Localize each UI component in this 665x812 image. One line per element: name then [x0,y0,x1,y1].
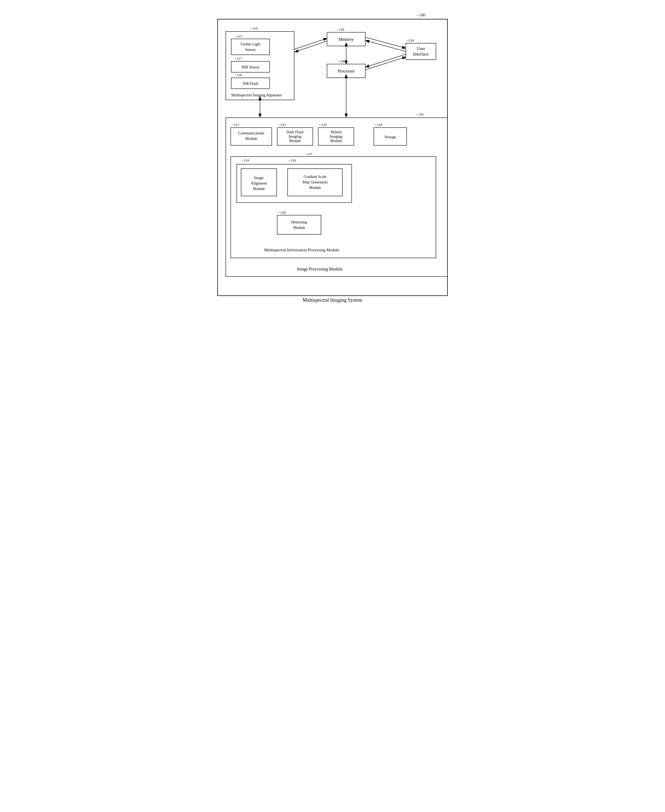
apparatus-label-text: Multispectral Imaging Apparatus [231,93,282,97]
hybrid-line3: Module [330,139,342,143]
comm-line2: Module [245,137,257,141]
dark-flash-line1: Dark Flash [287,130,303,134]
ref-123-text: ⌐123 [278,123,286,127]
ref-110-text: ⌐110 [251,26,257,30]
memory-ui-arrow [365,37,406,48]
memory-text: Memory [339,37,354,42]
ref-124-text: ⌐124 [242,158,249,162]
ui-memory-arrow [365,41,406,51]
img-align-line2: Alignment [251,181,267,185]
ref-118-text: ⌐118 [235,73,242,77]
hybrid-line2: Imaging [330,135,342,139]
diagram-wrapper: ⌐100 Multispectral Imaging System ⌐110 M… [0,0,665,318]
ref-117-text: ⌐117 [235,56,242,61]
ref-140-text: ⌐140 [338,59,346,63]
ref-129-text: ⌐129 [375,123,382,127]
vis-light-line2: Sensor [245,48,256,52]
storage-text: Storage [385,135,396,139]
ui-rect [406,43,436,60]
mipm-rect [231,157,436,258]
ref-115-text: ⌐115 [235,34,242,38]
ref-126-text: ⌐126 [289,158,296,162]
denoising-line1: Denoising [291,220,307,224]
img-align-line3: Module [253,187,265,191]
main-diagram-svg: ⌐100 Multispectral Imaging System ⌐110 M… [210,11,455,307]
gradient-line2: Map Generation [302,180,327,184]
ref-130-text: ⌐130 [337,27,344,31]
ref-128-text: ⌐128 [278,210,286,214]
gradient-line1: Gradient Scale [304,175,326,179]
nir-flash-text: NIR Flash [242,82,258,86]
vis-light-line1: Visible Light [240,42,260,46]
dark-flash-line2: Imaging [289,135,301,139]
outer-label-text: Multispectral Imaging System [303,297,362,303]
nir-sensor-text: NIR Sensor [241,65,259,69]
apparatus-rect [226,31,294,100]
ref-100-text: ⌐100 [417,13,425,17]
ui-line1: User [417,46,425,51]
lower-label-text: Image Processing Module [297,267,342,272]
denoising-line2: Module [293,226,305,230]
apparatus-memory-arrow [294,38,327,49]
ref-125-text: ⌐125 [319,123,327,127]
gradient-line3: Module [309,185,321,190]
denoising-rect [277,215,321,235]
comm-line1: Communications [238,131,264,135]
ref-127-text: ⌐127 [305,152,313,156]
hybrid-line1: Hybrid [331,130,342,134]
memory-apparatus-arrow [295,41,327,52]
img-align-line1: Image [254,176,264,180]
ui-line2: Interface [413,52,429,56]
dark-flash-line3: Module [289,139,301,143]
ui-processor-arrow [365,54,406,67]
mipm-label-text: Multispectral Information Processing Mod… [264,248,339,252]
ref-150-text: ⌐150 [406,38,414,43]
processor-ui-arrow [365,57,406,70]
vis-light-rect [231,39,270,55]
ref-121-text: ⌐121 [232,123,239,127]
outer-rect [218,19,447,296]
ref-120-text: ⌐120 [416,112,424,116]
processor-text: Processor [338,69,355,73]
